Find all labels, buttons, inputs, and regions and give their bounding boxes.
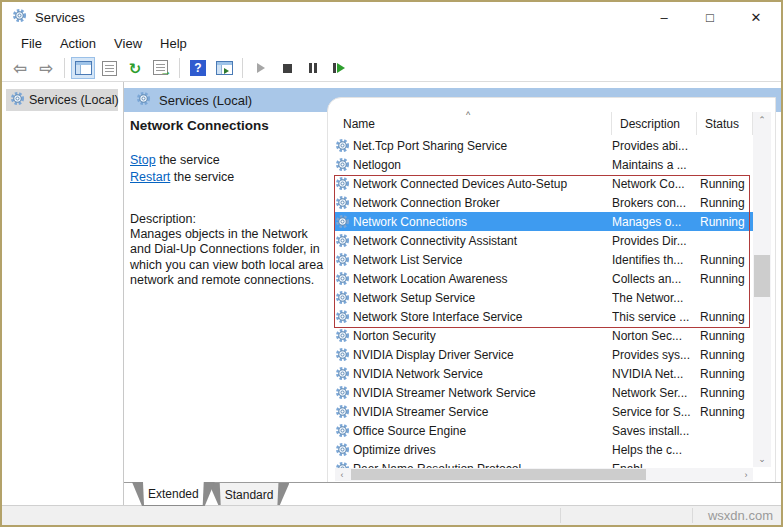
stop-service-link[interactable]: Stop (130, 153, 156, 167)
service-row[interactable]: Network Location Awareness Collects an..… (335, 269, 753, 288)
maximize-button[interactable]: □ (687, 2, 733, 32)
service-description: Provides abi... (612, 139, 700, 153)
stop-service-button[interactable] (275, 57, 299, 79)
service-row[interactable]: Net.Tcp Port Sharing Service Provides ab… (335, 136, 753, 155)
show-console-tree-button[interactable] (71, 57, 95, 79)
service-row[interactable]: Network Connection Broker Brokers con...… (335, 193, 753, 212)
service-name: NVIDIA Display Driver Service (353, 348, 612, 362)
service-description-text: Manages objects in the Network and Dial-… (130, 227, 328, 289)
service-description: Collects an... (612, 272, 700, 286)
menu-action[interactable]: Action (51, 34, 105, 53)
service-row[interactable]: Network Connectivity Assistant Provides … (335, 231, 753, 250)
pause-service-button[interactable] (301, 57, 325, 79)
close-button[interactable]: ✕ (733, 2, 779, 32)
scroll-left-icon[interactable]: ‹ (335, 468, 349, 481)
service-status: Running (700, 367, 753, 381)
service-row[interactable]: NVIDIA Display Driver Service Provides s… (335, 345, 753, 364)
service-gear-icon (335, 309, 353, 324)
vertical-scroll-thumb[interactable] (754, 255, 770, 297)
minimize-button[interactable]: – (641, 2, 687, 32)
back-button[interactable]: ⇦ (8, 57, 32, 79)
service-row[interactable]: Office Source Engine Saves install... (335, 421, 753, 440)
column-header-status[interactable]: Status (697, 112, 753, 135)
restart-service-link[interactable]: Restart (130, 170, 170, 184)
export-list-button[interactable]: → (149, 57, 173, 79)
service-gear-icon (335, 442, 353, 457)
service-row[interactable]: Network Store Interface Service This ser… (335, 307, 753, 326)
service-description: Manages o... (612, 215, 700, 229)
service-gear-icon (335, 423, 350, 438)
scroll-down-icon[interactable]: ⌄ (753, 451, 771, 467)
vertical-scrollbar[interactable]: ⌃ ⌄ (753, 112, 771, 467)
service-name: Network Connectivity Assistant (353, 234, 612, 248)
menu-file[interactable]: File (12, 34, 51, 53)
scroll-right-icon[interactable]: › (739, 468, 753, 481)
sidebar-item-services-local[interactable]: Services (Local) (6, 89, 118, 111)
service-status: Running (700, 253, 753, 267)
service-row[interactable]: Optimize drives Helps the c... (335, 440, 753, 459)
stop-service-line: Stop the service (130, 152, 330, 169)
tab-extended[interactable]: Extended (132, 482, 215, 506)
properties-button[interactable] (97, 57, 121, 79)
service-row[interactable]: NVIDIA Streamer Service Service for S...… (335, 402, 753, 421)
service-description: Norton Sec... (612, 329, 700, 343)
service-row[interactable]: Norton Security Norton Sec... Running (335, 326, 753, 345)
selected-service-title: Network Connections (130, 118, 330, 133)
menu-view[interactable]: View (105, 34, 151, 53)
arrow-right-icon: ⇨ (39, 60, 53, 77)
help-button[interactable]: ? (186, 57, 210, 79)
service-gear-icon (335, 195, 350, 210)
service-description: This service ... (612, 310, 700, 324)
horizontal-scroll-thumb[interactable] (351, 469, 646, 480)
refresh-button[interactable]: ↻ (123, 57, 147, 79)
menu-help[interactable]: Help (151, 34, 196, 53)
console-tree-pane: Services (Local) (2, 82, 124, 505)
content-area: Services (Local) Services (Local) Networ… (2, 82, 781, 505)
service-gear-icon (335, 157, 350, 172)
service-description: Helps the c... (612, 443, 700, 457)
service-status: Running (700, 310, 753, 324)
horizontal-scrollbar[interactable]: ‹ › (335, 468, 753, 481)
title-bar[interactable]: Services – □ ✕ (2, 2, 781, 32)
service-name: Network Location Awareness (353, 272, 612, 286)
forward-button[interactable]: ⇨ (34, 57, 58, 79)
window-controls: – □ ✕ (641, 2, 781, 32)
service-row[interactable]: Netlogon Maintains a ... (335, 155, 753, 174)
service-row[interactable]: Network Setup Service The Networ... (335, 288, 753, 307)
properties-icon (102, 61, 117, 76)
service-description: Provides sys... (612, 348, 700, 362)
service-row[interactable]: Network Connected Devices Auto-Setup Net… (335, 174, 753, 193)
service-row[interactable]: NVIDIA Streamer Network Service Network … (335, 383, 753, 402)
service-description: Service for S... (612, 405, 700, 419)
service-gear-icon (335, 347, 350, 362)
service-gear-icon (335, 233, 353, 248)
services-window: Services – □ ✕ File Action View Help ⇦ ⇨… (0, 0, 783, 527)
service-gear-icon (335, 176, 350, 191)
service-description: Network Ser... (612, 386, 700, 400)
service-description: Identifies th... (612, 253, 700, 267)
scroll-up-icon[interactable]: ⌃ (753, 112, 771, 128)
column-header-description[interactable]: Description (612, 112, 697, 135)
service-gear-icon (335, 366, 353, 381)
service-row[interactable]: NVIDIA Network Service NVIDIA Net... Run… (335, 364, 753, 383)
service-gear-icon (335, 271, 353, 286)
service-status: Running (700, 196, 753, 210)
service-description: Provides Dir... (612, 234, 700, 248)
service-name: Network List Service (353, 253, 612, 267)
service-gear-icon (335, 290, 353, 305)
column-header-name[interactable]: Name ^ (335, 112, 612, 135)
start-service-button[interactable] (249, 57, 273, 79)
restart-service-button[interactable] (327, 57, 351, 79)
service-row[interactable]: Network List Service Identifies th... Ru… (335, 250, 753, 269)
arrow-left-icon: ⇦ (13, 60, 27, 77)
service-name: NVIDIA Streamer Network Service (353, 386, 612, 400)
service-row[interactable]: Network Connections Manages o... Running (335, 212, 753, 231)
service-gear-icon (335, 157, 353, 172)
service-name: NVIDIA Streamer Service (353, 405, 612, 419)
service-status: Running (700, 348, 753, 362)
tab-standard[interactable]: Standard (209, 483, 290, 506)
restart-service-line: Restart the service (130, 169, 330, 186)
service-name: NVIDIA Network Service (353, 367, 612, 381)
extended-view-button[interactable] (212, 57, 236, 79)
service-gear-icon (335, 252, 350, 267)
